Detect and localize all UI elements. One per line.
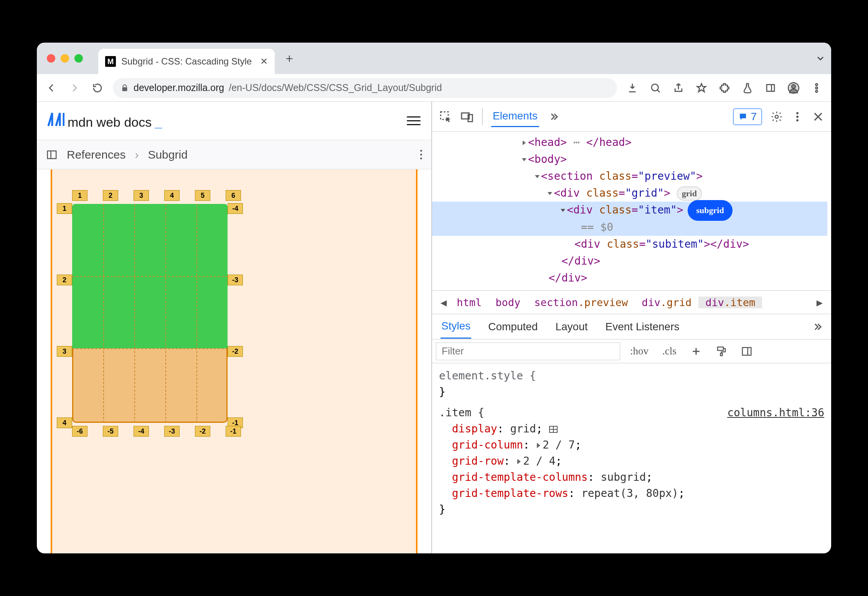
inspect-element-icon[interactable]	[439, 110, 452, 123]
tab-computed[interactable]: Computed	[487, 315, 538, 338]
breadcrumb-bar: References › Subgrid	[37, 140, 431, 169]
hamburger-icon[interactable]	[407, 116, 421, 125]
rule-source-link[interactable]: columns.html:36	[727, 405, 824, 421]
labs-icon[interactable]	[740, 80, 755, 96]
grid-row-labels-left: 1234	[57, 203, 72, 489]
styles-filter-input[interactable]	[436, 343, 620, 360]
toolbar-actions	[625, 80, 824, 96]
issues-count: 7	[751, 111, 757, 123]
settings-icon[interactable]	[771, 111, 783, 123]
page-viewport: mdn web docs _ References › Subgrid 1	[37, 102, 432, 553]
new-tab-button[interactable]: ＋	[283, 50, 295, 67]
breadcrumb-current: Subgrid	[148, 148, 187, 161]
dom-tree[interactable]: <head> ⋯ </head> <body> <section class="…	[432, 132, 831, 290]
dom-breadcrumb[interactable]: ◀ html body section.preview div.grid div…	[432, 290, 831, 314]
chevron-right-icon: ›	[135, 148, 139, 161]
tab-styles[interactable]: Styles	[441, 315, 471, 339]
extensions-icon[interactable]	[717, 80, 732, 96]
more-tabs-icon[interactable]	[548, 111, 559, 123]
grid-col-labels-bottom: -6-5-4-3-2-1	[72, 426, 256, 437]
maximize-window-button[interactable]	[74, 54, 83, 63]
svg-rect-8	[48, 151, 56, 159]
grid-col-labels-top: 123456	[72, 190, 256, 201]
share-icon[interactable]	[671, 80, 686, 96]
toggle-sidebar-icon[interactable]	[46, 149, 58, 161]
svg-point-1	[652, 84, 658, 91]
devtools-tab-elements[interactable]: Elements	[491, 106, 539, 127]
url-path: /en-US/docs/Web/CSS/CSS_Grid_Layout/Subg…	[229, 82, 442, 93]
grid-visualization	[72, 204, 228, 423]
issues-button[interactable]: 7	[733, 108, 762, 125]
tab-layout[interactable]: Layout	[554, 315, 588, 338]
styles-filter-row: :hov .cls	[432, 339, 831, 363]
svg-point-13	[796, 112, 799, 114]
more-subtabs-icon[interactable]	[811, 321, 823, 333]
install-app-icon[interactable]	[625, 80, 640, 96]
mdn-logo[interactable]: mdn web docs _	[48, 112, 162, 130]
paint-icon[interactable]	[712, 346, 731, 357]
tab-list-button[interactable]	[815, 53, 826, 64]
back-button[interactable]	[44, 80, 59, 96]
svg-rect-2	[767, 84, 774, 91]
tab-event-listeners[interactable]: Event Listeners	[605, 315, 680, 338]
zoom-icon[interactable]	[648, 80, 663, 96]
minimize-window-button[interactable]	[61, 54, 69, 63]
kebab-icon[interactable]	[809, 80, 824, 96]
crumb-right-arrow-icon[interactable]: ▶	[814, 296, 826, 308]
svg-point-6	[816, 87, 818, 89]
styles-subtabs: Styles Computed Layout Event Listeners	[432, 314, 831, 339]
styles-rules[interactable]: element.style { } .item {columns.html:36…	[432, 363, 831, 522]
reload-button[interactable]	[90, 80, 105, 96]
profile-icon[interactable]	[786, 80, 801, 96]
sidepanel-icon[interactable]	[763, 80, 778, 96]
browser-tab[interactable]: M Subgrid - CSS: Cascading Style ✕	[98, 49, 275, 74]
svg-point-14	[796, 116, 799, 118]
devtools-close-icon[interactable]	[812, 111, 824, 123]
devtools-kebab-icon[interactable]	[791, 111, 804, 123]
hov-toggle[interactable]: :hov	[626, 345, 652, 357]
close-tab-button[interactable]: ✕	[260, 57, 268, 66]
svg-point-12	[775, 115, 778, 118]
subgrid-badge[interactable]: subgrid	[690, 202, 730, 219]
lock-icon	[120, 84, 129, 92]
example-preview: 123456 1234 -4-3-2-1 -6-5-4-3-2-1	[51, 169, 417, 553]
forward-button[interactable]	[67, 80, 82, 96]
tab-title: Subgrid - CSS: Cascading Style	[121, 56, 255, 67]
close-window-button[interactable]	[47, 54, 55, 63]
svg-rect-0	[122, 87, 127, 91]
svg-rect-16	[718, 347, 723, 350]
crumb-left-arrow-icon[interactable]: ◀	[437, 296, 450, 308]
new-rule-icon[interactable]	[686, 346, 706, 357]
svg-rect-17	[720, 353, 722, 356]
mdn-logo-cursor: _	[155, 115, 162, 130]
bookmark-icon[interactable]	[694, 80, 709, 96]
window-controls	[47, 54, 83, 63]
titlebar: M Subgrid - CSS: Cascading Style ✕ ＋	[37, 43, 831, 74]
page-actions-kebab[interactable]	[420, 150, 422, 159]
devtools-toolbar: Elements 7	[432, 102, 831, 132]
sidebar-toggle-icon[interactable]	[737, 346, 756, 357]
url-domain: developer.mozilla.org	[134, 82, 224, 93]
svg-point-7	[816, 90, 818, 92]
svg-point-5	[816, 83, 818, 85]
devtools-panel: Elements 7 <head> ⋯ </head>	[432, 102, 831, 553]
svg-point-15	[796, 119, 799, 121]
grid-row-labels-right: -4-3-2-1	[228, 203, 243, 489]
address-bar[interactable]: developer.mozilla.org/en-US/docs/Web/CSS…	[113, 78, 617, 98]
cls-toggle[interactable]: .cls	[658, 345, 680, 357]
toolbar: developer.mozilla.org/en-US/docs/Web/CSS…	[37, 74, 831, 102]
grid-badge[interactable]: grid	[677, 187, 702, 200]
mdn-header: mdn web docs _	[37, 102, 431, 140]
favicon-icon: M	[105, 56, 116, 67]
svg-rect-18	[743, 348, 751, 355]
selected-dom-node[interactable]: <div class="item"> subgrid	[432, 202, 827, 219]
device-toolbar-icon[interactable]	[460, 110, 474, 123]
mdn-logo-text: mdn web docs	[68, 115, 152, 130]
mdn-logo-icon	[48, 112, 64, 127]
grid-indicator-icon[interactable]	[549, 426, 558, 433]
svg-point-4	[792, 84, 795, 88]
breadcrumb-references[interactable]: References	[67, 148, 125, 161]
grid-subitem-box	[72, 204, 228, 348]
browser-window: M Subgrid - CSS: Cascading Style ✕ ＋ dev…	[37, 43, 831, 553]
